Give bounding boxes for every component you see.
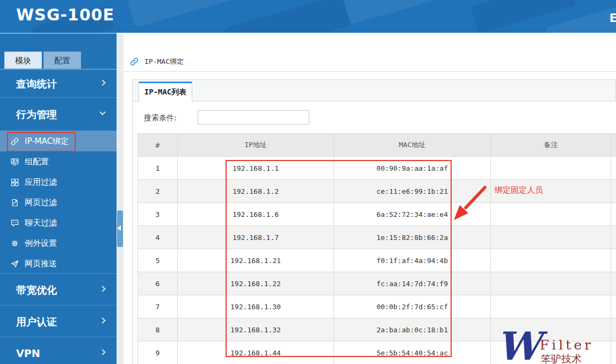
cell-index: 3 xyxy=(138,203,178,226)
cell-index: 7 xyxy=(138,295,178,318)
sidebar-item-web-push[interactable]: 网页推送 xyxy=(0,253,117,274)
sidebar-item-exception-settings[interactable]: 例外设置 xyxy=(0,233,117,253)
tab-config[interactable]: 配置 xyxy=(44,52,81,69)
section-label: 带宽优化 xyxy=(16,284,57,296)
cell-mac: 2a:ba:ab:0c:18:b1 xyxy=(334,318,491,341)
cell-note xyxy=(491,226,611,249)
sidebar-item-group-config[interactable]: 组配置 xyxy=(0,151,117,172)
watermark-name: Filter xyxy=(540,337,593,353)
col-ip: IP地址 xyxy=(178,134,334,157)
table-row[interactable]: 6 192.168.1.22 fc:aa:14:7d:74:f9 xyxy=(138,272,616,295)
sidebar-section-query-stats[interactable]: 查询统计 xyxy=(0,70,117,98)
search-label: 搜索条件: xyxy=(144,113,177,123)
cell-ip: 192.168.1.30 xyxy=(178,295,334,318)
sidebar-item-label: 组配置 xyxy=(25,157,49,167)
header-right-link[interactable]: E xyxy=(610,12,616,25)
breadcrumb: IP-MAC绑定 xyxy=(129,57,184,67)
col-extra xyxy=(611,134,616,157)
sidebar-collapse-handle[interactable] xyxy=(117,210,123,247)
top-header: WSG-100E E xyxy=(0,0,616,33)
page-title: WSG-100E xyxy=(16,5,114,24)
sidebar-tabs: 模块配置 xyxy=(4,52,81,69)
chain-icon xyxy=(129,57,139,67)
cell-note xyxy=(491,157,611,180)
tab-ip-mac-list[interactable]: IP-MAC列表 xyxy=(139,82,192,102)
sidebar-item-web-filter[interactable]: 网页过滤 xyxy=(0,192,117,213)
cell-ip: 192.168.1.7 xyxy=(178,226,334,249)
table-row[interactable]: 1 192.168.1.1 00:90:9a:aa:1a:af xyxy=(138,157,616,180)
chat-icon xyxy=(10,219,19,228)
cell-index: 5 xyxy=(138,249,178,272)
col-index: # xyxy=(138,134,178,157)
group-icon xyxy=(10,157,19,166)
table-row[interactable]: 2 192.168.1.2 ce:11:e6:99:1b:21 xyxy=(138,180,616,203)
cell-extra xyxy=(611,203,616,226)
sidebar-item-label: 聊天过滤 xyxy=(25,218,57,228)
behavior-submenu: IP-MAC绑定 组配置 应用过滤 xyxy=(0,131,117,274)
sidebar-menu: 查询统计 行为管理 IP-MAC绑定 组配置 xyxy=(0,70,117,364)
cell-ip: 192.168.1.32 xyxy=(178,318,334,341)
cell-mac: 1e:15:82:8b:66:2a xyxy=(334,226,491,249)
sidebar-section-bandwidth[interactable]: 带宽优化 xyxy=(0,273,117,305)
table-header: # IP地址 MAC地址 备注 xyxy=(138,134,616,157)
sidebar-item-app-filter[interactable]: 应用过滤 xyxy=(0,172,117,192)
cell-extra xyxy=(611,180,616,203)
content-divider xyxy=(124,71,616,72)
wfilter-watermark: W Filter 笨驴技术 xyxy=(497,331,616,364)
page-icon xyxy=(10,198,19,207)
collapse-left-icon xyxy=(117,225,121,231)
cell-ip: 192.168.1.2 xyxy=(178,180,334,203)
cell-ip: 192.168.1.21 xyxy=(178,249,334,272)
sidebar-item-label: 例外设置 xyxy=(25,238,57,249)
sidebar-item-chat-filter[interactable]: 聊天过滤 xyxy=(0,213,117,233)
keyboard-pattern xyxy=(127,0,238,27)
chain-icon xyxy=(10,137,19,146)
cell-extra xyxy=(611,226,616,249)
sidebar-section-vpn[interactable]: VPN xyxy=(0,337,117,364)
col-mac: MAC地址 xyxy=(334,134,491,157)
send-icon xyxy=(10,259,19,268)
section-label: 用户认证 xyxy=(16,316,57,327)
sidebar: 模块配置 查询统计 行为管理 IP-MAC绑定 xyxy=(0,33,117,364)
cell-note xyxy=(491,295,611,318)
keyboard-pattern xyxy=(342,0,459,25)
grid-icon xyxy=(10,178,19,187)
cell-mac: 00:0b:2f:7d:65:cf xyxy=(334,295,491,318)
sidebar-item-label: 应用过滤 xyxy=(25,177,57,187)
tab-strip xyxy=(132,79,616,101)
sidebar-section-user-auth[interactable]: 用户认证 xyxy=(0,305,117,337)
cell-index: 8 xyxy=(138,318,178,341)
table-row[interactable]: 7 192.168.1.30 00:0b:2f:7d:65:cf xyxy=(138,295,616,318)
search-input[interactable] xyxy=(198,110,309,125)
cell-mac: 6a:52:72:34:ae:e4 xyxy=(334,203,491,226)
cell-mac: f0:1f:af:4a:94:4b xyxy=(334,249,491,272)
cell-mac: fc:aa:14:7d:74:f9 xyxy=(334,272,491,295)
cell-extra xyxy=(611,249,616,272)
cell-index: 6 xyxy=(138,272,178,295)
chevron-right-icon xyxy=(99,79,105,85)
cell-note xyxy=(491,203,611,226)
wsg-100e-admin-page: WSG-100E E 模块配置 查询统计 行为管理 IP-MAC绑定 xyxy=(0,0,616,364)
cell-note xyxy=(491,272,611,295)
cell-index: 9 xyxy=(138,341,178,364)
table-row[interactable]: 5 192.168.1.21 f0:1f:af:4a:94:4b xyxy=(138,249,616,272)
ip-mac-table-wrap: # IP地址 MAC地址 备注 1 192.168.1.1 00:90:9a:a… xyxy=(137,133,616,364)
cell-mac: 5e:5b:54:40:54:ac xyxy=(334,341,491,364)
ip-mac-table: # IP地址 MAC地址 备注 1 192.168.1.1 00:90:9a:a… xyxy=(137,133,616,364)
tab-module[interactable]: 模块 xyxy=(4,52,42,69)
cell-ip: 192.168.1.22 xyxy=(178,272,334,295)
chevron-down-icon xyxy=(99,109,105,115)
cell-mac: 00:90:9a:aa:1a:af xyxy=(334,157,491,180)
cell-ip: 192.168.1.6 xyxy=(178,203,334,226)
section-label: 查询统计 xyxy=(16,78,57,90)
table-row[interactable]: 3 192.168.1.6 6a:52:72:34:ae:e4 xyxy=(138,203,616,226)
watermark-subtitle: 笨驴技术 xyxy=(541,352,582,364)
sidebar-item-ip-mac-binding[interactable]: IP-MAC绑定 xyxy=(0,131,117,151)
sidebar-item-label: 网页推送 xyxy=(25,259,57,269)
chevron-right-icon xyxy=(99,286,105,292)
col-note: 备注 xyxy=(491,134,611,157)
cell-extra xyxy=(611,272,616,295)
table-row[interactable]: 4 192.168.1.7 1e:15:82:8b:66:2a xyxy=(138,226,616,249)
sidebar-section-behavior-mgmt[interactable]: 行为管理 xyxy=(0,98,117,131)
cell-ip: 192.168.1.44 xyxy=(178,341,334,364)
